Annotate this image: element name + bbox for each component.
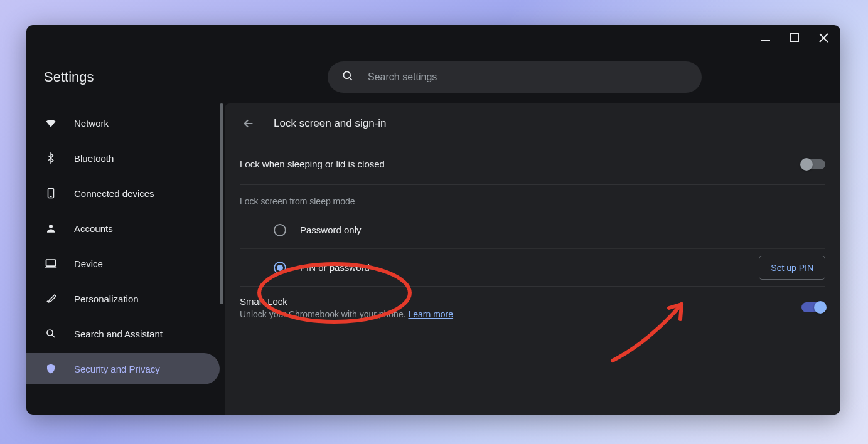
sidebar-item-label: Bluetooth (74, 153, 114, 164)
maximize-button[interactable] (789, 32, 800, 43)
svg-point-2 (343, 71, 350, 78)
window-titlebar (26, 25, 840, 50)
sidebar-item-device[interactable]: Device (26, 248, 220, 279)
bluetooth-icon (44, 151, 58, 165)
svg-rect-7 (46, 260, 56, 266)
lock-sleep-label: Lock when sleeping or lid is closed (240, 159, 385, 169)
learn-more-link[interactable]: Learn more (408, 309, 453, 319)
svg-point-9 (47, 330, 53, 336)
radio-pin-or-password[interactable] (274, 262, 286, 274)
sidebar-item-search-assistant[interactable]: Search and Assistant (26, 318, 220, 349)
sidebar-item-bluetooth[interactable]: Bluetooth (26, 142, 220, 174)
smart-lock-subtitle: Unlock your Chromebook with your phone. … (240, 309, 453, 319)
search-input[interactable] (368, 71, 688, 83)
radio-pin-label: PIN or password (300, 262, 370, 273)
sidebar-item-connected-devices[interactable]: Connected devices (26, 177, 220, 209)
sidebar-item-personalization[interactable]: Personalization (26, 283, 220, 314)
svg-rect-1 (791, 34, 798, 41)
sidebar-item-label: Security and Privacy (74, 364, 160, 374)
radio-password-label: Password only (300, 225, 362, 235)
header: Settings (26, 50, 840, 103)
setup-pin-button[interactable]: Set up PIN (759, 256, 825, 280)
wifi-icon (44, 116, 58, 130)
sidebar-item-label: Connected devices (74, 188, 154, 199)
brush-icon (44, 292, 58, 305)
minimize-button[interactable] (760, 32, 771, 43)
sidebar-item-label: Accounts (74, 223, 113, 234)
lock-sleep-toggle[interactable] (801, 159, 825, 169)
sidebar-item-label: Personalization (74, 293, 139, 304)
search-box[interactable] (328, 61, 702, 93)
person-icon (44, 221, 58, 235)
sidebar-scrollbar[interactable] (220, 103, 223, 304)
svg-point-6 (49, 225, 53, 228)
smart-lock-title: Smart Lock (240, 296, 453, 307)
page-title: Lock screen and sign-in (274, 117, 387, 130)
sidebar: Network Bluetooth Connected devices Acco… (26, 103, 225, 415)
phone-icon (44, 186, 58, 200)
sidebar-item-label: Device (74, 258, 103, 269)
shield-icon (44, 362, 58, 376)
sidebar-item-label: Search and Assistant (74, 329, 163, 339)
laptop-icon (44, 256, 58, 270)
search-icon (341, 70, 354, 85)
svg-line-10 (52, 335, 55, 337)
main-content: Lock screen and sign-in Lock when sleepi… (225, 103, 840, 415)
sidebar-item-security-privacy[interactable]: Security and Privacy (26, 353, 220, 384)
app-title: Settings (44, 69, 94, 85)
sidebar-item-label: Network (74, 118, 109, 129)
back-button[interactable] (238, 114, 259, 134)
smart-lock-toggle[interactable] (801, 302, 825, 312)
sidebar-item-network[interactable]: Network (26, 107, 220, 139)
close-button[interactable] (818, 32, 829, 43)
sidebar-item-accounts[interactable]: Accounts (26, 213, 220, 244)
smart-lock-sub-text: Unlock your Chromebook with your phone. (240, 309, 408, 319)
radio-password-only[interactable] (274, 224, 286, 236)
lock-mode-section-label: Lock screen from sleep mode (240, 196, 825, 206)
settings-window: Settings Network Bluetooth Connected dev… (26, 25, 840, 415)
svg-line-3 (350, 77, 352, 80)
svg-rect-0 (761, 40, 770, 41)
search-icon (44, 327, 58, 341)
